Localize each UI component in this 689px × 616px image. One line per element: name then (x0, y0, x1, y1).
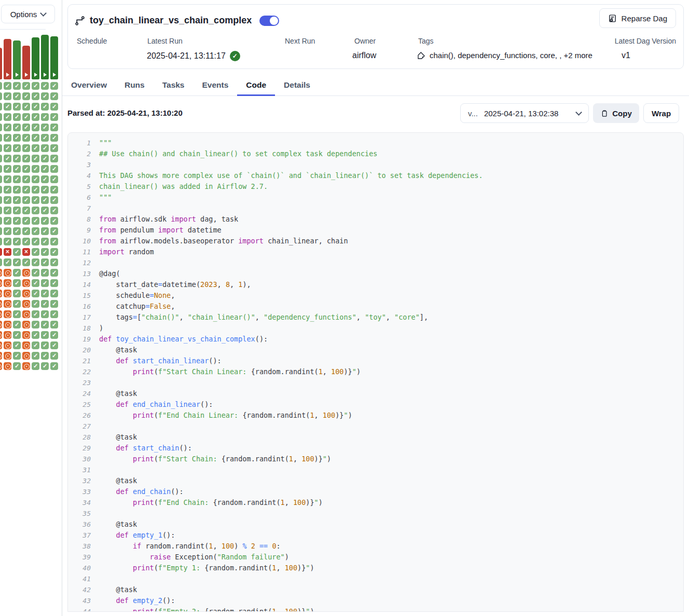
task-success-icon[interactable]: ✓ (50, 144, 58, 152)
task-success-icon[interactable]: ✓ (4, 227, 11, 235)
task-success-icon[interactable]: ✓ (32, 227, 39, 235)
task-success-icon[interactable]: ✓ (41, 144, 49, 152)
task-success-icon[interactable]: ✓ (41, 124, 49, 131)
task-retry-icon[interactable] (22, 341, 30, 349)
task-success-icon[interactable]: ✓ (4, 165, 11, 173)
task-success-icon[interactable]: ✓ (32, 82, 39, 90)
task-success-icon[interactable]: ✓ (50, 321, 58, 328)
task-success-icon[interactable]: ✓ (4, 92, 11, 100)
tab-tasks[interactable]: Tasks (154, 75, 194, 96)
task-success-icon[interactable]: ✓ (4, 175, 11, 183)
task-retry-icon[interactable] (22, 331, 30, 339)
task-success-icon[interactable]: ✓ (50, 175, 58, 183)
task-success-icon[interactable]: ✓ (13, 134, 21, 142)
task-success-icon[interactable]: ✓ (13, 279, 21, 287)
task-success-icon[interactable]: ✓ (4, 258, 11, 266)
task-success-icon[interactable]: ✓ (32, 144, 39, 152)
task-retry-icon[interactable] (22, 290, 30, 297)
task-success-icon[interactable]: ✓ (32, 113, 39, 121)
task-success-icon[interactable]: ✓ (0, 103, 2, 111)
task-success-icon[interactable]: ✓ (41, 258, 49, 266)
task-success-icon[interactable]: ✓ (0, 207, 2, 214)
task-success-icon[interactable]: ✓ (50, 196, 58, 204)
task-retry-icon[interactable] (22, 300, 30, 308)
task-success-icon[interactable]: ✓ (4, 238, 11, 245)
task-success-icon[interactable]: ✓ (41, 165, 49, 173)
task-success-icon[interactable]: ✓ (13, 227, 21, 235)
tab-events[interactable]: Events (194, 75, 238, 96)
task-success-icon[interactable]: ✓ (41, 82, 49, 90)
task-retry-icon[interactable] (4, 341, 11, 349)
task-retry-icon[interactable] (0, 331, 2, 339)
task-success-icon[interactable]: ✓ (0, 144, 2, 152)
task-retry-icon[interactable] (4, 269, 11, 277)
task-success-icon[interactable]: ✓ (32, 217, 39, 225)
task-success-icon[interactable]: ✓ (50, 227, 58, 235)
task-success-icon[interactable]: ✓ (50, 113, 58, 121)
dag-version-select[interactable]: v... 2025-04-21, 13:02:38 (460, 103, 589, 123)
task-success-icon[interactable]: ✓ (32, 290, 39, 297)
task-success-icon[interactable]: ✓ (32, 165, 39, 173)
task-success-icon[interactable]: ✓ (13, 352, 21, 360)
task-success-icon[interactable]: ✓ (50, 134, 58, 142)
tab-runs[interactable]: Runs (116, 75, 154, 96)
task-success-icon[interactable]: ✓ (22, 165, 30, 173)
task-success-icon[interactable]: ✓ (13, 321, 21, 328)
task-success-icon[interactable]: ✓ (32, 341, 39, 349)
task-success-icon[interactable]: ✓ (41, 352, 49, 360)
task-success-icon[interactable]: ✓ (13, 300, 21, 308)
task-success-icon[interactable]: ✓ (13, 217, 21, 225)
task-success-icon[interactable]: ✓ (0, 113, 2, 121)
task-retry-icon[interactable] (22, 279, 30, 287)
task-success-icon[interactable]: ✓ (22, 196, 30, 204)
task-success-icon[interactable]: ✓ (13, 362, 21, 370)
task-success-icon[interactable]: ✓ (13, 341, 21, 349)
task-success-icon[interactable]: ✓ (13, 196, 21, 204)
task-success-icon[interactable]: ✓ (13, 331, 21, 339)
task-success-icon[interactable]: ✓ (41, 134, 49, 142)
task-retry-icon[interactable] (0, 269, 2, 277)
task-retry-icon[interactable] (4, 331, 11, 339)
run-success-badge-icon[interactable]: ✓ (230, 51, 240, 61)
task-success-icon[interactable]: ✓ (0, 124, 2, 131)
task-success-icon[interactable]: ✓ (41, 207, 49, 214)
task-success-icon[interactable]: ✓ (50, 352, 58, 360)
task-success-icon[interactable]: ✓ (22, 113, 30, 121)
task-success-icon[interactable]: ✓ (50, 341, 58, 349)
task-success-icon[interactable]: ✓ (50, 331, 58, 339)
latest-dag-version-value[interactable]: v1 (622, 51, 630, 60)
task-retry-icon[interactable] (0, 279, 2, 287)
task-success-icon[interactable]: ✓ (41, 92, 49, 100)
task-success-icon[interactable]: ✓ (0, 217, 2, 225)
task-success-icon[interactable]: ✓ (4, 113, 11, 121)
task-retry-icon[interactable] (22, 362, 30, 370)
task-success-icon[interactable]: ✓ (32, 155, 39, 162)
task-retry-icon[interactable] (22, 269, 30, 277)
task-success-icon[interactable]: ✓ (22, 207, 30, 214)
task-retry-icon[interactable] (0, 290, 2, 297)
tab-overview[interactable]: Overview (62, 75, 116, 96)
task-retry-icon[interactable] (0, 352, 2, 360)
task-success-icon[interactable]: ✓ (41, 362, 49, 370)
task-success-icon[interactable]: ✓ (0, 186, 2, 194)
task-retry-icon[interactable] (0, 321, 2, 328)
task-success-icon[interactable]: ✓ (13, 290, 21, 297)
task-retry-icon[interactable] (4, 362, 11, 370)
task-retry-icon[interactable] (22, 310, 30, 318)
task-success-icon[interactable]: ✓ (41, 113, 49, 121)
task-success-icon[interactable]: ✓ (32, 124, 39, 131)
task-retry-icon[interactable] (0, 300, 2, 308)
task-success-icon[interactable]: ✓ (0, 227, 2, 235)
task-success-icon[interactable]: ✓ (50, 165, 58, 173)
task-success-icon[interactable]: ✓ (0, 196, 2, 204)
tab-code[interactable]: Code (237, 75, 275, 96)
task-success-icon[interactable]: ✓ (41, 103, 49, 111)
task-success-icon[interactable]: ✓ (41, 300, 49, 308)
dag-run-bar[interactable] (22, 46, 30, 79)
task-success-icon[interactable]: ✓ (13, 186, 21, 194)
task-success-icon[interactable]: ✓ (41, 196, 49, 204)
task-success-icon[interactable]: ✓ (13, 113, 21, 121)
task-success-icon[interactable]: ✓ (22, 227, 30, 235)
task-success-icon[interactable]: ✓ (22, 134, 30, 142)
task-success-icon[interactable]: ✓ (13, 82, 21, 90)
